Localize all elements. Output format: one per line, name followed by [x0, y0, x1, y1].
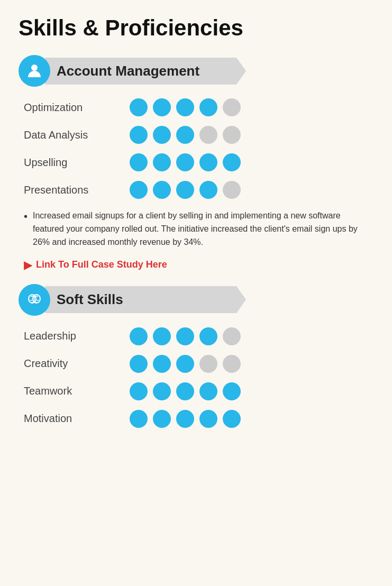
dot	[223, 181, 241, 199]
dot	[153, 181, 171, 199]
skill-dots-presentations	[130, 181, 241, 199]
dot	[199, 126, 217, 144]
skill-row-leadership: Leadership	[19, 327, 373, 345]
soft-skills-label-wrap: Soft Skills	[45, 286, 246, 313]
account-management-skills: Optimization Data Analysis Upselling	[19, 98, 373, 199]
dot	[130, 181, 148, 199]
dot	[199, 382, 217, 400]
dot	[130, 327, 148, 345]
dot	[176, 98, 194, 116]
page-title: Skills & Proficiencies	[19, 16, 373, 40]
skill-name-teamwork: Teamwork	[24, 385, 124, 397]
dot	[199, 153, 217, 171]
account-management-header: Account Management	[19, 55, 373, 87]
dot	[153, 355, 171, 373]
case-study-link[interactable]: ▶ Link To Full Case Study Here	[24, 259, 373, 271]
skill-row-creativity: Creativity	[19, 355, 373, 373]
skill-name-data-analysis: Data Analysis	[24, 129, 124, 141]
dot	[153, 98, 171, 116]
dot	[176, 327, 194, 345]
dot	[130, 98, 148, 116]
dot	[199, 355, 217, 373]
dot	[153, 153, 171, 171]
skill-row-presentations: Presentations	[19, 181, 373, 199]
skill-row-upselling: Upselling	[19, 153, 373, 171]
skill-name-optimization: Optimization	[24, 102, 124, 114]
svg-point-0	[31, 65, 38, 71]
skill-name-leadership: Leadership	[24, 330, 124, 342]
dot	[153, 126, 171, 144]
skill-dots-leadership	[130, 327, 241, 345]
skill-name-upselling: Upselling	[24, 157, 124, 169]
dot	[223, 382, 241, 400]
dot	[223, 410, 241, 428]
dot	[223, 98, 241, 116]
chevron-right-icon: ▶	[24, 259, 32, 271]
dot	[176, 181, 194, 199]
dot	[176, 126, 194, 144]
dot	[223, 153, 241, 171]
skill-dots-data-analysis	[130, 126, 241, 144]
account-management-label-wrap: Account Management	[45, 58, 246, 85]
skill-dots-motivation	[130, 410, 241, 428]
account-management-label: Account Management	[57, 63, 199, 79]
dot	[153, 382, 171, 400]
case-study-link-label[interactable]: Link To Full Case Study Here	[36, 259, 167, 270]
dot	[130, 126, 148, 144]
soft-skills-label: Soft Skills	[57, 291, 123, 307]
dot	[153, 410, 171, 428]
skill-row-optimization: Optimization	[19, 98, 373, 116]
dot	[199, 410, 217, 428]
skill-dots-teamwork	[130, 382, 241, 400]
soft-skills-list: Leadership Creativity Teamwork Moti	[19, 327, 373, 428]
bullet-marker: •	[24, 208, 28, 249]
skill-dots-optimization	[130, 98, 241, 116]
skill-dots-creativity	[130, 355, 241, 373]
dot	[223, 327, 241, 345]
dot	[199, 181, 217, 199]
bullet-text: Increased email signups for a client by …	[33, 209, 373, 249]
dot	[130, 382, 148, 400]
skill-name-creativity: Creativity	[24, 358, 124, 370]
dot	[199, 98, 217, 116]
skill-row-data-analysis: Data Analysis	[19, 126, 373, 144]
bullet-item: • Increased email signups for a client b…	[24, 209, 373, 249]
brain-icon	[26, 291, 43, 308]
bullet-section: • Increased email signups for a client b…	[24, 209, 373, 249]
dot	[130, 410, 148, 428]
dot	[130, 355, 148, 373]
dot	[199, 327, 217, 345]
dot	[176, 410, 194, 428]
skill-dots-upselling	[130, 153, 241, 171]
soft-skills-header: Soft Skills	[19, 284, 373, 316]
skill-row-motivation: Motivation	[19, 410, 373, 428]
skill-name-motivation: Motivation	[24, 413, 124, 425]
dot	[223, 126, 241, 144]
skill-row-teamwork: Teamwork	[19, 382, 373, 400]
dot	[176, 355, 194, 373]
dot	[153, 327, 171, 345]
dot	[176, 153, 194, 171]
dot	[223, 355, 241, 373]
soft-skills-icon	[19, 284, 50, 316]
dot	[130, 153, 148, 171]
account-management-icon	[19, 55, 50, 87]
person-icon	[26, 62, 43, 79]
dot	[176, 382, 194, 400]
skill-name-presentations: Presentations	[24, 184, 124, 196]
